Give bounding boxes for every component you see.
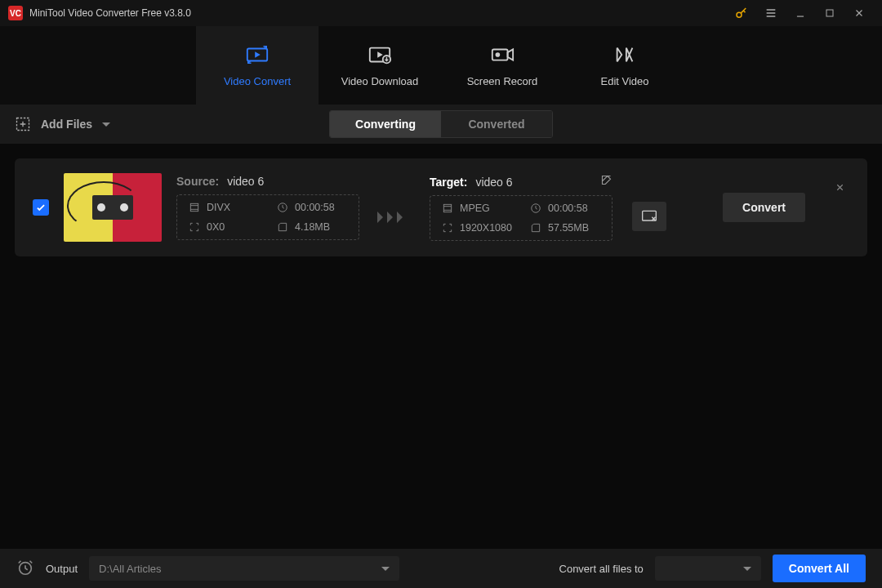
- filesize-icon: [277, 221, 288, 233]
- chevron-down-icon: [743, 567, 751, 571]
- tab-screen-record[interactable]: Screen Record: [441, 26, 564, 105]
- schedule-icon[interactable]: [16, 559, 34, 579]
- tab-edit-video[interactable]: Edit Video: [564, 26, 686, 105]
- svg-rect-8: [190, 203, 198, 211]
- arrow-icon: [374, 209, 415, 225]
- bottom-bar: Output D:\All Articles Convert all files…: [0, 549, 882, 588]
- convert-button[interactable]: Convert: [723, 193, 805, 222]
- maximize-button[interactable]: [815, 0, 844, 26]
- tab-label: Video Download: [341, 75, 418, 87]
- toolbar: Add Files Converting Converted: [0, 105, 882, 144]
- convert-all-label: Convert all files to: [559, 563, 644, 575]
- target-format: MPEG: [460, 203, 490, 214]
- conversion-item: Source: video 6 DIVX 00:00:58 0X0 4.18MB…: [15, 158, 867, 256]
- convert-all-format-selector[interactable]: [655, 556, 761, 581]
- upgrade-key-icon[interactable]: [727, 0, 756, 26]
- subtab-group: Converting Converted: [329, 110, 553, 138]
- source-format: DIVX: [207, 202, 230, 213]
- source-duration: 00:00:58: [295, 202, 335, 213]
- chevron-down-icon: [102, 122, 110, 127]
- svg-point-6: [496, 52, 501, 57]
- subtab-converting[interactable]: Converting: [330, 111, 441, 137]
- resolution-icon: [442, 222, 453, 234]
- source-resolution: 0X0: [207, 221, 225, 233]
- target-filename: video 6: [475, 176, 512, 189]
- target-details: Target: video 6 MPEG 00:00:58 1920X1080 …: [430, 174, 612, 241]
- convert-all-button[interactable]: Convert All: [773, 555, 866, 582]
- output-path-value: D:\All Articles: [99, 563, 162, 575]
- remove-item-icon[interactable]: [830, 177, 849, 197]
- tab-video-download[interactable]: Video Download: [318, 26, 441, 105]
- svg-rect-10: [443, 204, 451, 212]
- format-icon: [189, 202, 200, 213]
- filesize-icon: [530, 222, 541, 234]
- add-files-label: Add Files: [41, 118, 92, 131]
- tab-label: Video Convert: [224, 75, 291, 87]
- content-area: Source: video 6 DIVX 00:00:58 0X0 4.18MB…: [0, 144, 882, 549]
- video-thumbnail[interactable]: [64, 173, 162, 242]
- subtab-converted[interactable]: Converted: [441, 111, 552, 137]
- titlebar: VC MiniTool Video Converter Free v3.8.0: [0, 0, 882, 26]
- add-files-button[interactable]: Add Files: [15, 116, 110, 132]
- edit-target-icon[interactable]: [600, 174, 612, 189]
- close-window-button[interactable]: [844, 0, 874, 26]
- output-label: Output: [46, 563, 78, 575]
- resolution-icon: [189, 221, 200, 233]
- target-resolution: 1920X1080: [460, 222, 512, 234]
- target-duration: 00:00:58: [548, 203, 588, 214]
- source-details: Source: video 6 DIVX 00:00:58 0X0 4.18MB: [176, 175, 359, 240]
- output-path-selector[interactable]: D:\All Articles: [89, 556, 399, 581]
- target-settings-button[interactable]: [632, 202, 666, 231]
- svg-rect-1: [826, 10, 833, 16]
- tab-label: Screen Record: [467, 75, 538, 87]
- minimize-button[interactable]: [786, 0, 815, 26]
- source-filename: video 6: [227, 175, 264, 188]
- tab-video-convert[interactable]: Video Convert: [196, 26, 318, 105]
- target-size: 57.55MB: [548, 222, 589, 234]
- format-icon: [442, 203, 453, 214]
- tab-label: Edit Video: [600, 75, 648, 87]
- app-title: MiniTool Video Converter Free v3.8.0: [29, 7, 191, 19]
- target-info-box: MPEG 00:00:58 1920X1080 57.55MB: [430, 195, 612, 241]
- source-label: Source:: [176, 175, 219, 188]
- item-checkbox[interactable]: [33, 199, 49, 216]
- main-tabs: Video Convert Video Download Screen Reco…: [0, 26, 882, 105]
- app-logo-icon: VC: [8, 6, 23, 20]
- clock-icon: [277, 202, 288, 213]
- source-info-box: DIVX 00:00:58 0X0 4.18MB: [176, 194, 359, 240]
- source-size: 4.18MB: [295, 221, 330, 233]
- menu-icon[interactable]: [756, 0, 786, 26]
- target-label: Target:: [430, 176, 467, 189]
- chevron-down-icon: [381, 567, 390, 571]
- clock-icon: [530, 203, 541, 214]
